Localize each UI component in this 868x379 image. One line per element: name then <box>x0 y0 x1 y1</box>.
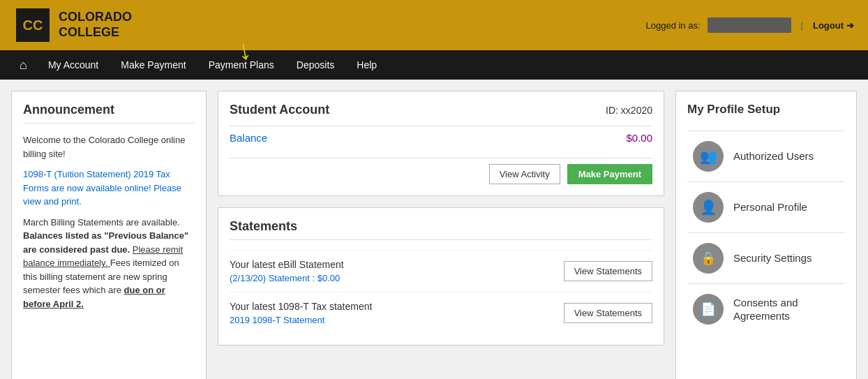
profile-setup-panel: My Profile Setup 👥 Authorized Users 👤 Pe… <box>675 91 857 379</box>
logo-text: COLORADO COLLEGE <box>59 10 132 40</box>
tax-detail[interactable]: 2019 1098-T Statement <box>230 315 564 325</box>
authorized-users-icon: 👥 <box>693 141 724 172</box>
balance-label: Balance <box>230 132 267 144</box>
balance-row: Balance $0.00 <box>230 126 652 149</box>
ebill-detail[interactable]: (2/13/20) Statement : $0.00 <box>230 273 564 283</box>
student-account-id: ID: xx2020 <box>606 105 652 116</box>
logout-icon: ➜ <box>846 20 854 31</box>
announcement-panel: Announcement Welcome to the Colorado Col… <box>11 91 207 379</box>
tax-statement-row: Your latest 1098-T Tax statement 2019 10… <box>230 292 652 334</box>
pipe-divider: | <box>801 20 803 31</box>
tax-title: Your latest 1098-T Tax statement <box>230 301 564 312</box>
home-nav-item[interactable]: ⌂ <box>11 54 36 77</box>
nav-bar: ⌂ My Account Make Payment Payment Plans … <box>0 50 868 80</box>
consents-agreements-item[interactable]: 📄 Consents andAgreements <box>687 283 845 334</box>
home-icon: ⌂ <box>20 58 27 73</box>
balance-amount: $0.00 <box>626 132 652 144</box>
make-payment-button[interactable]: Make Payment <box>567 164 652 184</box>
consents-agreements-label: Consents andAgreements <box>733 296 798 323</box>
personal-profile-item[interactable]: 👤 Personal Profile <box>687 181 845 232</box>
nav-item-help[interactable]: Help <box>347 55 387 75</box>
security-settings-item[interactable]: 🔒 Security Settings <box>687 232 845 283</box>
middle-panel: Student Account ID: xx2020 Balance $0.00… <box>218 91 664 379</box>
student-account-card: Student Account ID: xx2020 Balance $0.00… <box>218 91 664 196</box>
nav-item-payment-plans[interactable]: Payment Plans <box>199 55 284 75</box>
header-right: Logged in as: | Logout ➜ <box>645 17 854 33</box>
announcement-p2: 1098-T (Tuition Statement) 2019 Tax Form… <box>23 168 195 209</box>
ebill-view-statements-button[interactable]: View Statements <box>564 261 652 281</box>
action-buttons: View Activity Make Payment <box>230 158 652 184</box>
authorized-users-item[interactable]: 👥 Authorized Users <box>687 131 845 181</box>
security-settings-icon: 🔒 <box>693 243 724 274</box>
ebill-statement-row: Your latest eBill Statement (2/13/20) St… <box>230 250 652 292</box>
logged-in-label: Logged in as: <box>645 20 700 31</box>
ebill-title: Your latest eBill Statement <box>230 259 564 270</box>
student-account-header: Student Account ID: xx2020 <box>230 103 652 117</box>
student-account-title: Student Account <box>230 103 329 117</box>
ebill-info: Your latest eBill Statement (2/13/20) St… <box>230 259 564 283</box>
logo-area: CC COLORADO COLLEGE <box>14 6 132 44</box>
main-content: Announcement Welcome to the Colorado Col… <box>0 80 868 379</box>
tax-form-link[interactable]: 1098-T (Tuition Statement) 2019 Tax Form… <box>23 169 181 207</box>
view-activity-button[interactable]: View Activity <box>489 164 560 184</box>
consents-agreements-icon: 📄 <box>693 294 724 325</box>
security-settings-label: Security Settings <box>733 251 812 265</box>
announcement-p3: March Billing Statements are available. … <box>23 216 195 311</box>
logo-box: CC <box>14 6 52 44</box>
personal-profile-icon: 👤 <box>693 192 724 223</box>
personal-profile-label: Personal Profile <box>733 200 807 214</box>
nav-item-my-account[interactable]: My Account <box>38 55 108 75</box>
nav-item-make-payment[interactable]: Make Payment <box>111 55 195 75</box>
announcement-body: Welcome to the Colorado College online b… <box>23 133 195 311</box>
profile-setup-title: My Profile Setup <box>687 103 845 122</box>
nav-item-deposits[interactable]: Deposits <box>287 55 344 75</box>
logout-link[interactable]: Logout ➜ <box>813 20 854 31</box>
announcement-p1: Welcome to the Colorado College online b… <box>23 133 195 161</box>
statements-title: Statements <box>230 219 652 240</box>
authorized-users-label: Authorized Users <box>733 149 814 163</box>
tax-view-statements-button[interactable]: View Statements <box>564 303 652 323</box>
header-gold-bar: CC COLORADO COLLEGE Logged in as: | Logo… <box>0 0 868 50</box>
logo-abbr: CC <box>23 17 43 34</box>
statements-card: Statements Your latest eBill Statement (… <box>218 207 664 345</box>
tax-info: Your latest 1098-T Tax statement 2019 10… <box>230 301 564 325</box>
username-box <box>708 17 791 33</box>
announcement-title: Announcement <box>23 103 195 124</box>
